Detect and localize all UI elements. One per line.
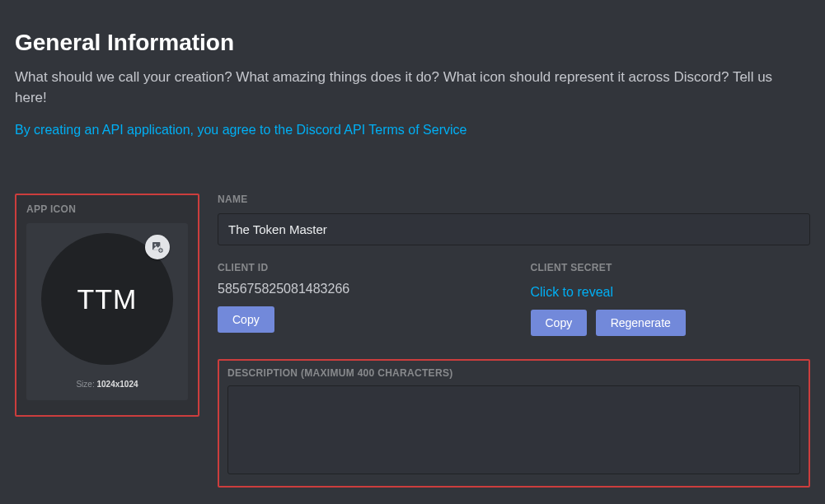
tos-link[interactable]: By creating an API application, you agre… xyxy=(15,123,466,137)
copy-client-secret-button[interactable]: Copy xyxy=(531,310,588,336)
description-input[interactable] xyxy=(227,385,800,474)
regenerate-secret-button[interactable]: Regenerate xyxy=(596,310,686,336)
app-icon-stage[interactable]: TTM Size: 1024x1024 xyxy=(26,223,188,400)
reveal-secret-link[interactable]: Click to reveal xyxy=(531,285,613,300)
client-secret-label: CLIENT SECRET xyxy=(531,262,811,273)
name-label: NAME xyxy=(218,194,810,205)
client-id-block: CLIENT ID 585675825081483266 Copy xyxy=(218,262,498,336)
name-input[interactable] xyxy=(218,213,810,245)
description-panel: DESCRIPTION (MAXIMUM 400 CHARACTERS) xyxy=(218,359,810,488)
app-icon-panel: APP ICON TTM xyxy=(15,194,199,417)
client-id-label: CLIENT ID xyxy=(218,262,498,273)
app-icon-label: APP ICON xyxy=(26,203,188,215)
app-icon-size: Size: 1024x1024 xyxy=(76,380,138,389)
client-id-value: 585675825081483266 xyxy=(218,282,498,296)
copy-client-id-button[interactable]: Copy xyxy=(218,306,274,333)
page-subtitle: What should we call your creation? What … xyxy=(15,68,806,108)
app-avatar-initials: TTM xyxy=(77,283,138,315)
form-grid: APP ICON TTM xyxy=(15,194,810,488)
fields-column: NAME CLIENT ID 585675825081483266 Copy C… xyxy=(218,194,810,488)
description-label: DESCRIPTION (MAXIMUM 400 CHARACTERS) xyxy=(227,367,800,379)
client-secret-block: CLIENT SECRET Click to reveal Copy Regen… xyxy=(531,262,811,336)
general-information-page: General Information What should we call … xyxy=(0,0,825,504)
page-title: General Information xyxy=(15,30,810,56)
upload-image-icon[interactable] xyxy=(145,235,170,259)
svg-point-1 xyxy=(154,245,156,246)
